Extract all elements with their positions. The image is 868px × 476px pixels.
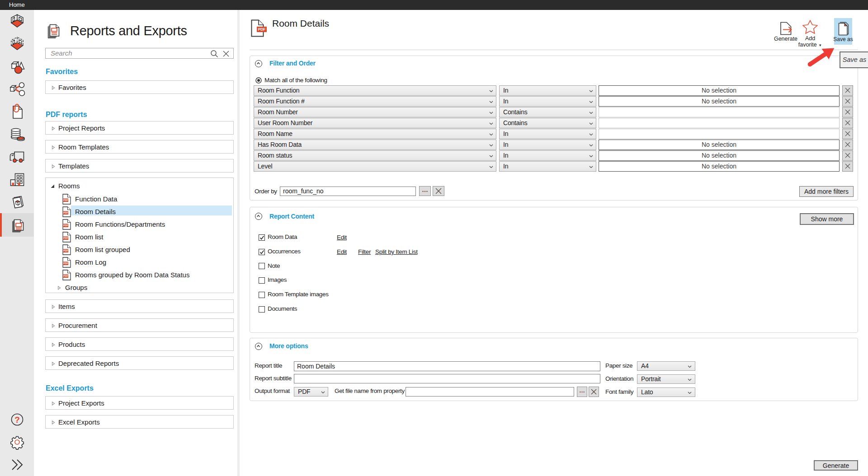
svg-text:PDF: PDF: [63, 237, 69, 239]
svg-text:PDF: PDF: [63, 249, 69, 252]
svg-text:PDF: PDF: [63, 275, 69, 277]
svg-text:PDF: PDF: [63, 224, 69, 227]
svg-text:PDF: PDF: [258, 27, 266, 32]
svg-text:PDF: PDF: [63, 211, 69, 214]
svg-text:PDF: PDF: [63, 199, 69, 201]
svg-text:?: ?: [14, 415, 20, 425]
svg-text:PDF: PDF: [63, 262, 69, 265]
